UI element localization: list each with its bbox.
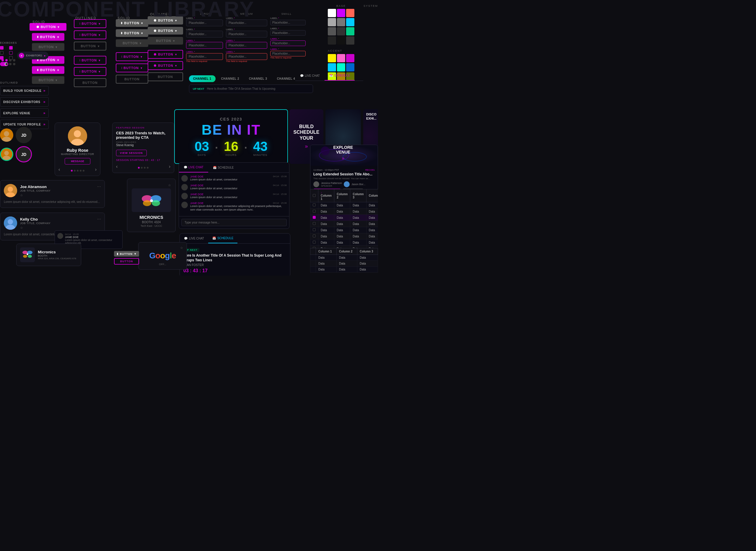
carousel-dot-5[interactable] — [83, 170, 84, 171]
medium-input-2[interactable] — [226, 31, 267, 37]
right-schedule-tab[interactable]: 📅 SCHEDULE — [324, 71, 355, 81]
carousel-dot-2[interactable] — [74, 170, 76, 171]
outlined-btn-2[interactable]: BUTTON ▾ — [74, 30, 106, 39]
header-checkbox[interactable] — [313, 194, 316, 197]
featured-prev-icon[interactable]: ‹ — [116, 164, 117, 169]
featured-next-icon[interactable]: › — [169, 164, 170, 169]
google-star-icon[interactable]: ☆ — [180, 246, 183, 250]
view-session-button[interactable]: VIEW SESSION — [116, 150, 147, 156]
solid2-outlined-1[interactable]: BUTTON ▾ — [116, 52, 148, 61]
outlined-btn-4[interactable]: BUTTON ▾ — [74, 67, 106, 76]
solid2-btn-disabled-1[interactable]: BUTTON ▾ — [116, 39, 148, 47]
carousel-dot-4[interactable] — [80, 170, 81, 171]
large-outlined-2[interactable]: BUTTON ▾ — [148, 61, 183, 70]
outlined-btn-3[interactable]: BUTTON ▾ — [74, 56, 106, 65]
large-input-4[interactable] — [186, 53, 223, 60]
checkbox-3[interactable] — [0, 51, 4, 55]
small-input-3[interactable] — [270, 40, 306, 46]
exhibitors-pill[interactable]: ● EXHIBITORS ● — [17, 52, 48, 59]
small-input-1[interactable] — [270, 20, 306, 25]
carousel-next-icon[interactable]: › — [95, 167, 97, 172]
medium-input-4[interactable] — [226, 53, 267, 60]
table-col-1[interactable]: ↓ Column 1 — [318, 189, 334, 202]
small-size-label: SMALL — [269, 12, 304, 15]
nav-chevrons: » — [43, 89, 45, 93]
user-card-2-star[interactable]: ☆ — [20, 226, 23, 229]
table-col-2[interactable]: Column 2 — [334, 189, 350, 202]
solid2-btn-2[interactable]: BUTTON ▾ — [116, 29, 148, 37]
user-card-1-menu[interactable]: ··· — [97, 184, 101, 189]
table-col-4[interactable]: Colum... — [366, 189, 378, 202]
user-card-1-star[interactable]: ☆ — [20, 193, 23, 197]
row-checkbox[interactable] — [313, 210, 316, 212]
large-btn-disabled[interactable]: BUTTON ▾ — [148, 37, 183, 45]
feat-dot-3[interactable] — [144, 167, 146, 169]
base-label: BASE — [336, 4, 346, 7]
user-card-2-menu[interactable]: ··· — [97, 216, 101, 222]
row-checkbox[interactable] — [313, 234, 316, 237]
right-live-tab[interactable]: 💬 LIVE CHAT — [295, 71, 324, 81]
table-cell: Data — [316, 266, 337, 272]
large-input-2[interactable] — [186, 31, 223, 37]
preview-btn-1[interactable]: BUTTON ▾ — [114, 251, 139, 256]
row-checkbox[interactable] — [313, 241, 316, 243]
medium-input-3[interactable] — [226, 42, 267, 49]
svg-point-26 — [27, 253, 28, 255]
channel-tab-1[interactable]: CHANNEL 1 — [189, 75, 215, 82]
outlined-btn-disabled-1[interactable]: BUTTON ▾ — [74, 42, 106, 50]
checkbox-2[interactable] — [9, 46, 13, 50]
sched-schedule-tab[interactable]: 📅 SCHEDULE — [208, 233, 237, 243]
avatar-2: JD — [16, 127, 32, 143]
large-outlined-disabled[interactable]: BUTTON — [148, 72, 183, 81]
bottom-col-2[interactable]: Column 2 — [337, 248, 357, 255]
table-col-3[interactable]: Column 3 — [350, 189, 366, 202]
nav-item-schedule[interactable]: BUILD YOUR SCHEDULE » — [0, 86, 49, 95]
svg-point-20 — [152, 200, 160, 206]
solid-btn-2[interactable]: BUTTON ▾ — [32, 33, 64, 41]
large-input-3[interactable] — [186, 42, 223, 49]
schedule-chat-tab[interactable]: 📅 SCHEDULE — [208, 163, 238, 172]
feat-dot-2[interactable] — [141, 167, 143, 169]
table-header-check[interactable] — [310, 189, 318, 202]
message-button[interactable]: MESSAGE — [65, 158, 90, 164]
carousel-dot-3[interactable] — [77, 170, 79, 171]
feat-dot-4[interactable] — [147, 167, 148, 169]
swatch-darker-gray — [337, 27, 345, 35]
checkbox-1[interactable] — [0, 46, 4, 50]
carousel-dot-1[interactable] — [71, 170, 73, 171]
solid2-outlined-2[interactable]: BUTTON ▾ — [116, 63, 148, 72]
nav-item-exhibitors[interactable]: DISCOVER EXHIBITORS » — [0, 97, 49, 107]
bottom-col-1[interactable]: Column 1 — [316, 248, 337, 255]
channel-tab-2[interactable]: CHANNEL 2 — [217, 75, 244, 82]
nav-item-venue[interactable]: EXPLORE VENUE » — [0, 108, 49, 118]
live-chat-tab[interactable]: 💬 LIVE CHAT — [179, 163, 208, 172]
small-input-4[interactable] — [270, 51, 306, 56]
solid-btn-4[interactable]: BUTTON ▾ — [32, 66, 64, 74]
countdown-minutes: 43 — [253, 140, 267, 153]
bottom-table-check[interactable] — [310, 248, 316, 255]
checkbox-4[interactable] — [9, 51, 13, 55]
row-checkbox[interactable] — [313, 222, 316, 225]
preview-btn-2[interactable]: BUTTON — [114, 258, 139, 264]
solid-btn-disabled-1[interactable]: BUTTON ▾ — [32, 43, 64, 51]
solid2-outlined-disabled[interactable]: BUTTON — [116, 75, 148, 84]
user-card-1-title: JOB TITLE, COMPANY — [20, 189, 101, 192]
outlined-btn-disabled-2[interactable]: BUTTON — [74, 78, 106, 87]
bottom-col-3[interactable]: Column 3 — [357, 248, 378, 255]
chat-input[interactable] — [181, 219, 287, 226]
exhibitor-star-icon[interactable]: ☆ — [168, 183, 171, 187]
chat-avatar-1 — [181, 175, 188, 181]
feat-dot-1[interactable] — [138, 167, 140, 169]
carousel-prev-icon[interactable]: ‹ — [58, 167, 60, 172]
small-input-2[interactable] — [270, 30, 306, 36]
row-checkbox[interactable] — [313, 203, 316, 206]
table-cell: Data — [350, 233, 366, 239]
large-btn-2[interactable]: BUTTON ▾ — [148, 27, 183, 35]
large-outlined-1[interactable]: BUTTON ▾ — [148, 50, 183, 59]
user-card-1-body: Lorem ipsum dolor sit amet, consectetur … — [4, 200, 101, 204]
row-checkbox[interactable] — [313, 228, 316, 231]
solid-btn-1[interactable]: BUTTON ▾ — [30, 23, 66, 31]
row-checkbox-checked[interactable] — [313, 216, 316, 219]
small-btns-preview: BUTTON ▾ BUTTON — [114, 251, 139, 264]
channel-tab-3[interactable]: CHANNEL 3 — [245, 75, 271, 82]
